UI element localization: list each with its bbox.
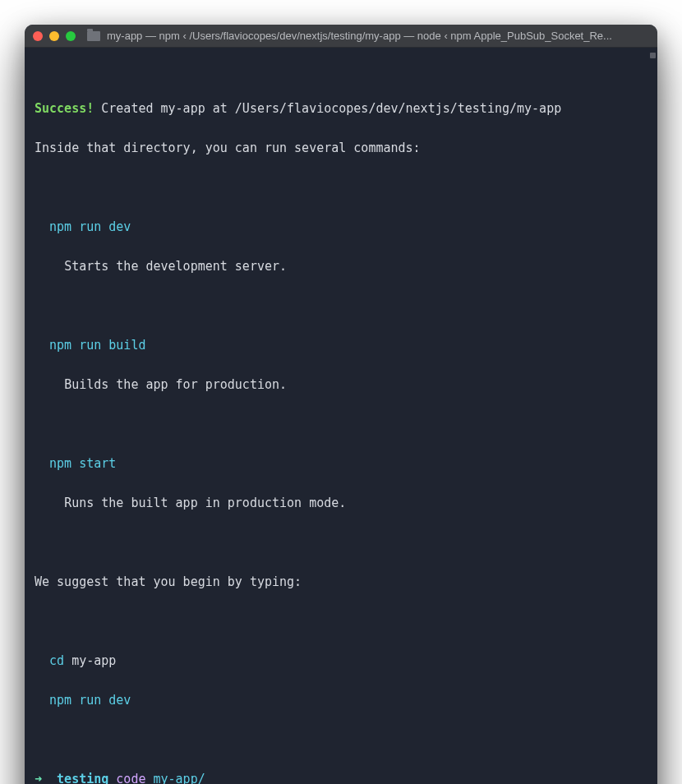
output-text: Inside that directory, you can run sever…	[35, 138, 647, 158]
command-arg: my-app	[64, 653, 116, 668]
prompt-line: ➜ testing code my-app/	[35, 769, 647, 784]
command-text: npm run dev	[49, 693, 131, 708]
window-title: my-app — npm ‹ /Users/flaviocopes/dev/ne…	[107, 30, 649, 42]
output-text: Builds the app for production.	[64, 377, 287, 392]
command-text: npm start	[49, 456, 116, 471]
prompt-arrow-icon: ➜	[35, 772, 42, 784]
close-icon[interactable]	[33, 31, 43, 41]
command-text: npm run dev	[49, 219, 131, 234]
prompt-dir: testing	[57, 772, 108, 784]
success-label: Success!	[35, 101, 94, 116]
scrollbar-top-marker[interactable]	[650, 53, 656, 58]
typed-command: code	[116, 772, 145, 784]
traffic-lights	[33, 31, 76, 41]
output-text: Starts the development server.	[64, 259, 287, 274]
terminal-window: my-app — npm ‹ /Users/flaviocopes/dev/ne…	[25, 25, 657, 784]
terminal-output[interactable]: Success! Created my-app at /Users/flavio…	[25, 48, 657, 784]
folder-icon	[87, 31, 100, 41]
titlebar[interactable]: my-app — npm ‹ /Users/flaviocopes/dev/ne…	[25, 25, 657, 48]
command-text: npm run build	[49, 338, 145, 353]
command-text: cd	[49, 653, 64, 668]
maximize-icon[interactable]	[66, 31, 76, 41]
success-text: Created my-app at /Users/flaviocopes/dev…	[94, 101, 561, 116]
output-text: We suggest that you begin by typing:	[35, 572, 647, 592]
typed-arg: my-app/	[154, 772, 205, 784]
output-text: Runs the built app in production mode.	[64, 496, 346, 510]
minimize-icon[interactable]	[49, 31, 59, 41]
